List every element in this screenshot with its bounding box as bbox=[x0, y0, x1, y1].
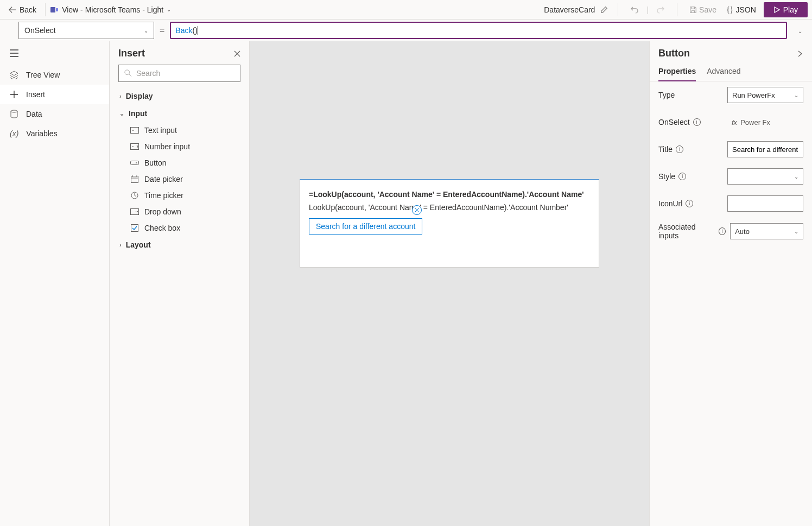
svg-point-3 bbox=[125, 70, 130, 75]
insert-checkbox[interactable]: Check box bbox=[110, 220, 249, 236]
insert-button[interactable]: Button bbox=[110, 155, 249, 171]
properties-panel-title: Button bbox=[658, 48, 690, 59]
equals-sign: = bbox=[160, 26, 164, 35]
category-display[interactable]: › Display bbox=[110, 87, 249, 105]
clock-icon bbox=[130, 191, 139, 200]
dropdown-icon bbox=[130, 207, 139, 216]
play-label: Play bbox=[783, 5, 798, 14]
json-button[interactable]: {} JSON bbox=[724, 5, 758, 14]
info-icon[interactable]: i bbox=[693, 118, 701, 126]
info-icon[interactable]: i bbox=[678, 173, 686, 180]
selection-handle[interactable] bbox=[412, 205, 422, 215]
variable-icon: (x) bbox=[10, 129, 18, 138]
fx-icon: fx bbox=[732, 118, 737, 126]
svg-rect-6 bbox=[131, 161, 139, 165]
card-textblock-1[interactable]: =LookUp(account, 'Account Name' = Entere… bbox=[309, 190, 590, 199]
prop-iconurl-input[interactable] bbox=[727, 195, 803, 212]
prop-type-select[interactable]: Run PowerFx ⌄ bbox=[727, 87, 803, 103]
json-label: JSON bbox=[735, 5, 756, 14]
formula-expand-button[interactable]: ⌄ bbox=[792, 26, 808, 35]
svg-rect-5 bbox=[131, 144, 139, 150]
rail-item-tree-view[interactable]: Tree View bbox=[0, 65, 109, 85]
prop-title-value[interactable] bbox=[732, 145, 798, 154]
prop-label-style: Style bbox=[658, 172, 675, 181]
rail-item-variables[interactable]: (x) Variables bbox=[0, 124, 109, 143]
plus-icon bbox=[10, 90, 18, 99]
formula-args: () bbox=[192, 26, 197, 35]
chevron-down-icon: ⌄ bbox=[794, 92, 798, 98]
calendar-icon bbox=[130, 175, 139, 183]
save-label: Save bbox=[699, 5, 716, 14]
rail-item-insert[interactable]: Insert bbox=[0, 85, 109, 104]
card-button-search[interactable]: Search for a different account bbox=[309, 218, 422, 235]
category-label: Display bbox=[126, 92, 153, 100]
property-selector[interactable]: OnSelect ⌄ bbox=[18, 22, 154, 39]
play-button[interactable]: Play bbox=[764, 2, 808, 17]
play-icon bbox=[773, 7, 780, 13]
rail-item-data[interactable]: Data bbox=[0, 104, 109, 124]
text-input-icon bbox=[130, 126, 139, 135]
formula-function: Back bbox=[175, 26, 192, 35]
insert-time-picker[interactable]: Time picker bbox=[110, 187, 249, 204]
category-input[interactable]: ⌄ Input bbox=[110, 105, 249, 122]
hamburger-button[interactable] bbox=[0, 41, 109, 65]
redo-button[interactable] bbox=[654, 5, 667, 14]
card-preview[interactable]: =LookUp(account, 'Account Name' = Entere… bbox=[300, 179, 599, 268]
edit-name-button[interactable] bbox=[600, 6, 608, 14]
category-label: Input bbox=[129, 109, 147, 118]
info-icon[interactable]: i bbox=[686, 200, 693, 207]
rail-item-label: Variables bbox=[26, 129, 57, 138]
insert-item-label: Text input bbox=[144, 126, 177, 135]
button-icon bbox=[130, 159, 139, 167]
prop-title-input[interactable] bbox=[727, 141, 803, 157]
svg-rect-4 bbox=[131, 128, 139, 134]
close-circle-icon bbox=[414, 207, 420, 213]
category-label: Layout bbox=[126, 240, 151, 249]
insert-search-input[interactable] bbox=[136, 69, 234, 78]
tab-properties[interactable]: Properties bbox=[658, 64, 696, 81]
formula-input[interactable]: Back() bbox=[170, 22, 787, 39]
chevron-down-icon: ⌄ bbox=[119, 110, 124, 117]
prop-label-onselect: OnSelect bbox=[658, 118, 690, 126]
back-button[interactable]: Back bbox=[4, 2, 41, 17]
undo-button[interactable] bbox=[628, 5, 641, 14]
view-dropdown[interactable]: View - Microsoft Teams - Light ⌄ bbox=[50, 5, 171, 14]
insert-dropdown[interactable]: Drop down bbox=[110, 204, 249, 220]
prop-iconurl-value[interactable] bbox=[732, 200, 798, 208]
category-layout[interactable]: › Layout bbox=[110, 236, 249, 254]
insert-panel-title: Insert bbox=[118, 48, 145, 59]
save-icon bbox=[689, 6, 697, 14]
svg-rect-8 bbox=[131, 176, 138, 183]
svg-point-2 bbox=[11, 110, 17, 112]
save-button[interactable]: Save bbox=[687, 5, 719, 14]
svg-point-7 bbox=[136, 162, 137, 163]
chevron-down-icon: ⌄ bbox=[794, 229, 798, 235]
insert-text-input[interactable]: Text input bbox=[110, 122, 249, 138]
chevron-down-icon: ⌄ bbox=[794, 174, 798, 180]
insert-number-input[interactable]: Number input bbox=[110, 138, 249, 155]
info-icon[interactable]: i bbox=[719, 227, 726, 235]
prop-label-title: Title bbox=[658, 145, 673, 154]
arrow-left-icon bbox=[9, 6, 16, 14]
left-rail: Tree View Insert Data (x) Variables bbox=[0, 41, 110, 526]
expand-panel-button[interactable] bbox=[797, 50, 803, 57]
prop-assoc-select[interactable]: Auto ⌄ bbox=[730, 223, 803, 239]
chevron-down-icon: ⌄ bbox=[144, 28, 148, 34]
insert-search[interactable] bbox=[118, 65, 240, 82]
tab-advanced[interactable]: Advanced bbox=[707, 64, 740, 81]
prop-style-select[interactable]: ⌄ bbox=[727, 168, 803, 185]
checkbox-icon bbox=[130, 224, 139, 232]
insert-item-label: Date picker bbox=[144, 175, 183, 183]
chevron-right-icon: › bbox=[119, 93, 122, 99]
insert-date-picker[interactable]: Date picker bbox=[110, 171, 249, 187]
prop-onselect-fx[interactable]: fx Power Fx bbox=[727, 114, 803, 130]
card-textblock-2[interactable]: LookUp(account, 'Account Name' = Entered… bbox=[309, 203, 590, 212]
cylinder-icon bbox=[10, 110, 18, 118]
back-label: Back bbox=[20, 5, 36, 14]
info-icon[interactable]: i bbox=[676, 145, 683, 153]
layers-icon bbox=[10, 71, 18, 79]
close-insert-button[interactable] bbox=[234, 50, 240, 57]
divider bbox=[45, 3, 46, 16]
canvas[interactable]: =LookUp(account, 'Account Name' = Entere… bbox=[250, 41, 649, 526]
svg-rect-11 bbox=[131, 225, 138, 232]
